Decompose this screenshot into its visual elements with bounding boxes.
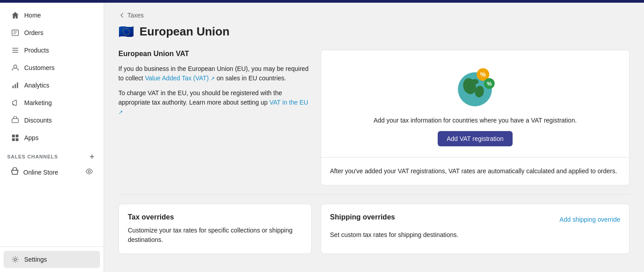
- svg-rect-7: [12, 118, 18, 123]
- section-divider: [118, 194, 630, 195]
- settings-icon: [11, 255, 20, 264]
- svg-rect-4: [13, 86, 14, 88]
- main-content: Taxes 🇪🇺 European Union European Union V…: [104, 3, 644, 272]
- sidebar-item-settings[interactable]: Settings: [4, 251, 100, 268]
- tax-overrides-card: Tax overrides Customize your tax rates f…: [118, 204, 312, 254]
- sidebar-item-online-store[interactable]: Online Store: [4, 163, 100, 181]
- svg-rect-5: [15, 84, 16, 88]
- vat-link[interactable]: Value Added Tax (VAT) ↗: [145, 75, 215, 82]
- customers-icon: [11, 63, 20, 72]
- products-icon: [11, 46, 20, 55]
- sidebar-item-discounts[interactable]: Discounts: [4, 112, 100, 129]
- sidebar-item-home[interactable]: Home: [4, 7, 100, 24]
- bottom-grid: Tax overrides Customize your tax rates f…: [118, 204, 630, 254]
- add-vat-registration-button[interactable]: Add VAT registration: [438, 131, 513, 146]
- tax-overrides-heading: Tax overrides: [128, 213, 302, 221]
- content-grid: European Union VAT If you do business in…: [118, 50, 630, 185]
- svg-point-17: [471, 79, 479, 84]
- sidebar-item-orders[interactable]: Orders: [4, 24, 100, 41]
- sidebar-item-analytics[interactable]: Analytics: [4, 77, 100, 94]
- store-icon: [11, 167, 19, 177]
- page-title: European Union: [139, 25, 230, 39]
- page-header: 🇪🇺 European Union: [118, 24, 630, 39]
- add-shipping-override-link[interactable]: Add shipping override: [560, 216, 620, 223]
- sidebar-item-apps[interactable]: Apps: [4, 129, 100, 146]
- svg-point-12: [88, 170, 91, 172]
- sales-channels-section: Sales Channels: [0, 147, 104, 163]
- svg-rect-6: [17, 83, 18, 88]
- svg-rect-11: [16, 138, 18, 141]
- vat-info-text: Add your tax information for countries w…: [374, 117, 577, 124]
- eu-flag: 🇪🇺: [118, 24, 134, 39]
- sidebar-item-products[interactable]: Products: [4, 42, 100, 59]
- eu-vat-paragraph1: If you do business in the European Union…: [118, 64, 312, 83]
- svg-text:%: %: [487, 81, 492, 87]
- svg-rect-8: [12, 135, 15, 137]
- svg-rect-10: [12, 138, 15, 141]
- eu-vat-description: European Union VAT If you do business in…: [118, 50, 312, 185]
- eu-vat-paragraph2: To charge VAT in the EU, you should be r…: [118, 88, 312, 117]
- eye-icon: [86, 168, 93, 177]
- vat-card-top: % % Add your tax information for countri…: [321, 50, 629, 157]
- shipping-overrides-header: Shipping overrides Add shipping override: [330, 213, 620, 226]
- discounts-icon: [11, 116, 20, 125]
- home-icon: [11, 11, 20, 20]
- shipping-overrides-description: Set custom tax rates for shipping destin…: [330, 230, 620, 240]
- shipping-overrides-card: Shipping overrides Add shipping override…: [321, 204, 630, 254]
- shipping-overrides-heading: Shipping overrides: [330, 213, 395, 221]
- svg-rect-0: [12, 30, 18, 36]
- sidebar: Home Orders Products Customers: [0, 3, 104, 272]
- tax-overrides-description: Customize your tax rates for specific co…: [128, 226, 302, 245]
- eu-vat-heading: European Union VAT: [118, 50, 312, 58]
- breadcrumb[interactable]: Taxes: [118, 12, 630, 19]
- svg-text:%: %: [480, 71, 486, 78]
- sidebar-item-marketing[interactable]: Marketing: [4, 94, 100, 111]
- analytics-icon: [11, 81, 20, 90]
- globe-illustration: % %: [453, 65, 497, 110]
- sidebar-item-customers[interactable]: Customers: [4, 59, 100, 76]
- svg-point-3: [13, 65, 17, 68]
- apps-icon: [11, 133, 20, 142]
- vat-card-note: After you've added your VAT registration…: [321, 157, 629, 185]
- marketing-icon: [11, 98, 20, 107]
- orders-icon: [11, 28, 20, 37]
- add-sales-channel-button[interactable]: [87, 152, 96, 161]
- svg-rect-9: [16, 135, 18, 137]
- vat-card: % % Add your tax information for countri…: [321, 50, 630, 185]
- svg-point-13: [14, 258, 16, 260]
